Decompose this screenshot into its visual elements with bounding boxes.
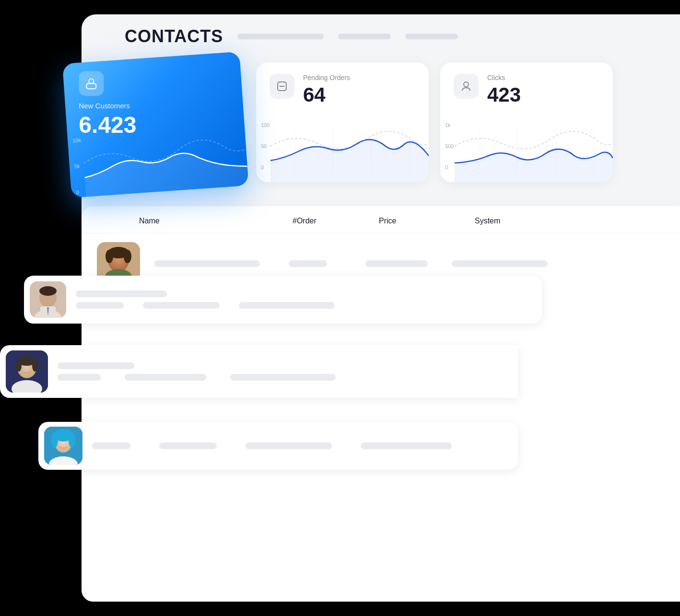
svg-point-35 bbox=[51, 432, 58, 448]
header-placeholder-1 bbox=[237, 34, 324, 39]
table-row-3[interactable] bbox=[0, 345, 518, 398]
pending-orders-label: Pending Orders bbox=[303, 74, 350, 81]
avatar bbox=[44, 427, 82, 465]
new-customers-label: New Customers bbox=[79, 102, 229, 110]
row-data bbox=[92, 442, 512, 449]
name-placeholder bbox=[154, 260, 260, 267]
svg-point-18 bbox=[124, 250, 131, 263]
table-panel: Name #Order Price System bbox=[82, 206, 680, 602]
new-customers-chart: 10k 5k 0 bbox=[67, 123, 248, 198]
pending-orders-value: 64 bbox=[303, 83, 350, 106]
row-data bbox=[76, 291, 536, 309]
header-placeholder-2 bbox=[338, 34, 391, 39]
svg-point-30 bbox=[32, 360, 38, 372]
svg-point-8 bbox=[464, 82, 469, 87]
col-price: Price bbox=[379, 217, 475, 225]
clicks-icon bbox=[454, 74, 479, 99]
clicks-card[interactable]: Clicks 423 1k 500 0 bbox=[440, 62, 613, 182]
col-name: Name bbox=[139, 217, 293, 225]
svg-rect-0 bbox=[86, 83, 96, 89]
clicks-value: 423 bbox=[487, 83, 521, 106]
svg-point-36 bbox=[69, 432, 75, 448]
avatar bbox=[6, 350, 48, 393]
svg-point-1 bbox=[89, 79, 94, 83]
user-icon bbox=[79, 71, 104, 96]
scene: CONTACTS New Customers 6.423 10k bbox=[0, 0, 680, 616]
col-order: #Order bbox=[293, 217, 379, 225]
stats-row: New Customers 6.423 10k 5k 0 bbox=[67, 62, 613, 197]
svg-point-23 bbox=[39, 286, 57, 296]
clicks-chart: 1k 500 0 bbox=[440, 120, 613, 182]
avatar bbox=[30, 281, 66, 318]
new-customers-card[interactable]: New Customers 6.423 10k 5k 0 bbox=[62, 51, 249, 198]
page-title: CONTACTS bbox=[125, 26, 223, 46]
header-placeholder-3 bbox=[405, 34, 458, 39]
col-system: System bbox=[475, 217, 599, 225]
table-row-2[interactable] bbox=[24, 276, 542, 324]
svg-point-29 bbox=[16, 360, 22, 372]
row-data bbox=[154, 260, 665, 267]
table-row-4[interactable] bbox=[38, 422, 518, 470]
contacts-header: CONTACTS bbox=[125, 26, 458, 46]
price-placeholder bbox=[365, 260, 428, 267]
row-data bbox=[58, 362, 512, 381]
table-header: Name #Order Price System bbox=[82, 206, 680, 233]
orders-icon bbox=[270, 74, 294, 99]
order-placeholder bbox=[289, 260, 327, 267]
system-placeholder bbox=[452, 260, 548, 267]
clicks-label: Clicks bbox=[487, 74, 521, 81]
svg-point-17 bbox=[106, 250, 113, 263]
pending-orders-card[interactable]: Pending Orders 64 100 50 0 bbox=[256, 62, 429, 182]
pending-orders-chart: 100 50 0 bbox=[256, 120, 429, 182]
